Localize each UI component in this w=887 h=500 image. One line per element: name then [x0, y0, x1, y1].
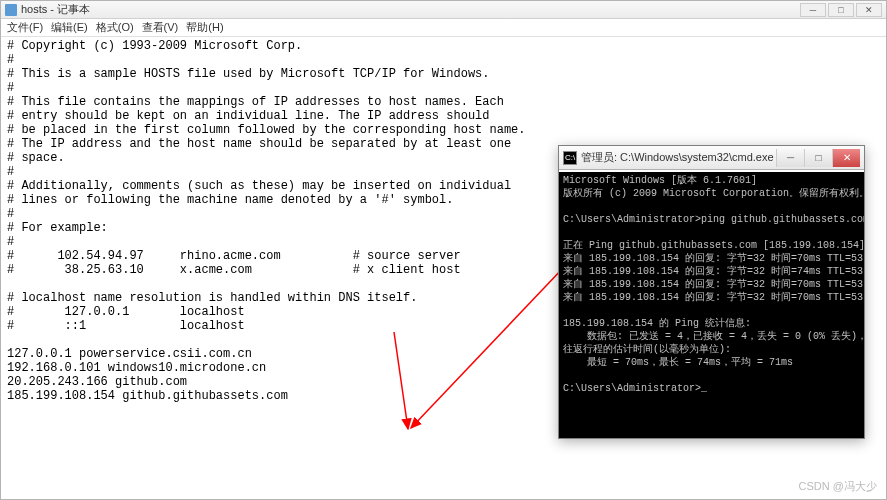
- notepad-title: hosts - 记事本: [21, 2, 90, 17]
- minimize-button[interactable]: ─: [800, 3, 826, 17]
- cmd-window-controls: ─ □ ✕: [776, 149, 860, 167]
- notepad-icon: [5, 4, 17, 16]
- notepad-titlebar[interactable]: hosts - 记事本 ─ □ ✕: [1, 1, 886, 19]
- cmd-title: 管理员: C:\Windows\system32\cmd.exe: [581, 150, 776, 165]
- close-button[interactable]: ✕: [856, 3, 882, 17]
- cmd-close-button[interactable]: ✕: [832, 149, 860, 167]
- cmd-minimize-button[interactable]: ─: [776, 149, 804, 167]
- cmd-window: C:\ 管理员: C:\Windows\system32\cmd.exe ─ □…: [558, 145, 865, 439]
- menu-file[interactable]: 文件(F): [5, 20, 45, 35]
- cmd-maximize-button[interactable]: □: [804, 149, 832, 167]
- menu-format[interactable]: 格式(O): [94, 20, 136, 35]
- watermark: CSDN @冯大少: [799, 479, 877, 494]
- cmd-output[interactable]: Microsoft Windows [版本 6.1.7601] 版权所有 (c)…: [559, 170, 864, 438]
- notepad-menubar: 文件(F) 编辑(E) 格式(O) 查看(V) 帮助(H): [1, 19, 886, 37]
- cmd-icon: C:\: [563, 151, 577, 165]
- menu-help[interactable]: 帮助(H): [184, 20, 225, 35]
- window-controls: ─ □ ✕: [800, 3, 882, 17]
- menu-view[interactable]: 查看(V): [140, 20, 181, 35]
- maximize-button[interactable]: □: [828, 3, 854, 17]
- menu-edit[interactable]: 编辑(E): [49, 20, 90, 35]
- cmd-titlebar[interactable]: C:\ 管理员: C:\Windows\system32\cmd.exe ─ □…: [559, 146, 864, 170]
